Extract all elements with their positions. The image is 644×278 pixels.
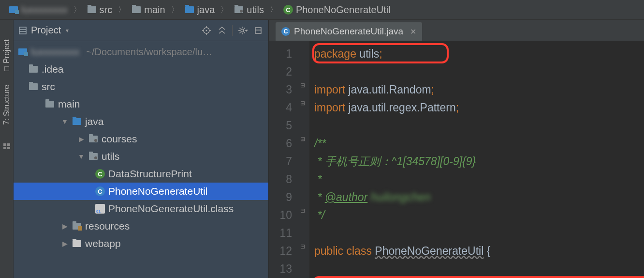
ide-root: luxxxxxxxx 〉 src 〉 main 〉 java 〉 utils 〉… <box>0 0 644 278</box>
project-view-selector[interactable]: Project ▾ <box>18 25 69 36</box>
folder-icon <box>28 64 39 75</box>
line-number: 11 <box>269 224 292 242</box>
hide-button[interactable] <box>253 25 263 36</box>
crumb-label: src <box>100 4 113 15</box>
editor-body[interactable]: 1 2 3 4 5 6 7 8 9 10 11 12 13 ⊟ ⊟ <box>269 41 644 278</box>
source-folder-icon <box>72 116 82 127</box>
expander-open-icon[interactable]: ▼ <box>77 153 85 160</box>
line-gutter: 1 2 3 4 5 6 7 8 9 10 11 12 13 <box>269 41 298 278</box>
code-author: huilongchen <box>371 191 431 203</box>
editor-area: C PhoneNoGenerateUtil.java ✕ 1 2 3 4 5 6… <box>269 20 644 278</box>
code-token: utils <box>359 47 379 60</box>
tree-label: courses <box>102 133 137 145</box>
expander-closed-icon[interactable]: ▶ <box>77 135 85 143</box>
line-number: 8 <box>269 170 292 188</box>
fold-open-icon[interactable]: ⊟ <box>299 100 306 107</box>
code-classname: PhoneNoGenerateUtil <box>375 245 483 257</box>
svg-point-13 <box>241 29 244 32</box>
line-number: 9 <box>269 188 292 206</box>
svg-rect-0 <box>3 143 6 146</box>
code-token: package <box>314 47 356 60</box>
package-icon <box>234 5 244 15</box>
code-token: java.util.Random <box>348 83 431 96</box>
left-tool-bar: Project 7: Structure <box>0 20 14 278</box>
tree-label: utils <box>102 151 119 162</box>
folder-icon <box>44 99 55 109</box>
code-token: class <box>347 245 372 257</box>
code-comment: * <box>314 191 325 203</box>
expander-closed-icon[interactable]: ▶ <box>61 240 69 247</box>
code-area[interactable]: package utils; import java.util.Random; … <box>309 41 644 278</box>
project-panel-header: Project ▾ ▾ <box>14 20 268 41</box>
project-view-icon <box>18 26 27 35</box>
fold-close-icon[interactable]: ⊟ <box>299 207 306 214</box>
tree-idea[interactable]: .idea <box>14 61 268 78</box>
tool-tab-structure[interactable]: 7: Structure <box>2 85 11 125</box>
code-comment: */ <box>314 209 325 221</box>
structure-tool-icon <box>3 143 10 149</box>
crumb-java[interactable]: java <box>182 3 218 16</box>
crumb-class[interactable]: C PhoneNoGenerateUtil <box>280 3 394 16</box>
close-icon[interactable]: ✕ <box>410 27 416 36</box>
crumb-main[interactable]: main <box>129 3 168 16</box>
code-token: { <box>487 245 491 257</box>
main-area: Project 7: Structure Project ▾ ▾ <box>0 20 644 278</box>
class-icon: C <box>281 27 290 36</box>
resources-folder-icon <box>72 221 82 232</box>
tree-label: PhoneNoGenerateUtil <box>108 185 207 197</box>
project-tree[interactable]: luxxxxxxxx ~/Documents/workspace/lu… .id… <box>14 41 268 278</box>
chevron-right-icon: 〉 <box>170 5 180 15</box>
line-number: 10 <box>269 206 292 224</box>
settings-button[interactable]: ▾ <box>237 25 248 36</box>
tool-tab-project[interactable]: Project <box>2 39 11 71</box>
chevron-right-icon: 〉 <box>220 5 229 15</box>
line-number: 1 <box>269 45 292 63</box>
locate-button[interactable] <box>201 25 212 36</box>
expander-open-icon[interactable]: ▼ <box>61 118 69 125</box>
tree-label: resources <box>85 220 130 232</box>
tree-webapp[interactable]: ▶ webapp <box>14 235 268 252</box>
project-panel-title: Project <box>31 25 61 36</box>
tree-phonenogenerateutil-class[interactable]: PhoneNoGenerateUtil.class <box>14 200 268 217</box>
expander-closed-icon[interactable]: ▶ <box>61 222 69 230</box>
tree-courses[interactable]: ▶ courses <box>14 130 268 148</box>
line-number: 12 <box>269 242 292 260</box>
project-tool-icon <box>4 66 9 71</box>
tree-resources[interactable]: ▶ resources <box>14 217 268 235</box>
crumb-src[interactable]: src <box>84 3 116 16</box>
crumb-label: utils <box>247 4 264 15</box>
chevron-right-icon: 〉 <box>117 5 127 15</box>
module-icon <box>9 5 18 15</box>
tree-label: webapp <box>85 238 121 249</box>
crumb-utils[interactable]: utils <box>231 3 267 16</box>
fold-open-icon[interactable]: ⊟ <box>299 243 306 250</box>
tree-src[interactable]: src <box>14 78 268 95</box>
tree-label: main <box>58 98 80 110</box>
editor-tab-active[interactable]: C PhoneNoGenerateUtil.java ✕ <box>276 22 422 41</box>
folder-icon <box>72 238 82 249</box>
package-icon <box>88 151 99 162</box>
line-number: 2 <box>269 63 292 81</box>
code-token: import <box>314 101 345 114</box>
class-icon: C <box>95 186 105 197</box>
tree-utils[interactable]: ▼ utils <box>14 148 268 165</box>
line-number: 4 <box>269 99 292 117</box>
tree-datastructureprint[interactable]: C DataStructurePrint <box>14 165 268 183</box>
tree-label: java <box>85 116 104 127</box>
separator <box>232 25 233 36</box>
tree-java[interactable]: ▼ java <box>14 113 268 130</box>
line-number: 7 <box>269 153 292 170</box>
collapse-all-button[interactable] <box>217 25 227 36</box>
class-icon: C <box>283 5 293 15</box>
code-token: public <box>314 245 343 257</box>
tool-tab-label: Project <box>2 39 11 63</box>
tree-main[interactable]: main <box>14 95 268 113</box>
tool-tab-label: 7: Structure <box>2 85 11 125</box>
line-number: 3 <box>269 81 292 99</box>
fold-open-icon[interactable]: ⊟ <box>299 82 306 89</box>
tree-phonenogenerateutil[interactable]: C PhoneNoGenerateUtil <box>14 183 268 200</box>
tree-root[interactable]: luxxxxxxxx ~/Documents/workspace/lu… <box>14 43 268 61</box>
fold-open-icon[interactable]: ⊟ <box>299 136 306 142</box>
crumb-module[interactable]: luxxxxxxxx <box>6 3 71 16</box>
code-comment: * <box>314 173 322 185</box>
